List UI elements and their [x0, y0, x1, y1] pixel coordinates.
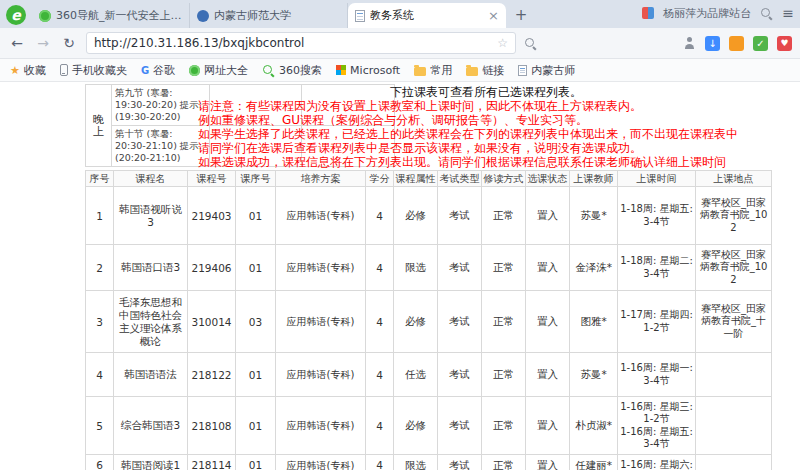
- table-row: 2 韩国语口语3 219406 01 应用韩语(专科) 4 限选 考试 正常 置…: [86, 245, 772, 291]
- cell-program: 应用韩语(专科): [276, 353, 366, 397]
- tab-imnu[interactable]: 内蒙古师范大学: [190, 3, 348, 28]
- cell-class-place: 赛罕校区_田家炳教育书院_102: [696, 245, 772, 291]
- cell-exam-type: 考试: [438, 397, 482, 455]
- cell-class-time: 1-16周: 星期六: 1-2节: [618, 455, 696, 470]
- col-header-index: 序号: [86, 171, 114, 187]
- cell-exam-type: 考试: [438, 291, 482, 353]
- bookmark-folder-links[interactable]: 链接: [466, 63, 504, 78]
- cell-credit: 4: [366, 397, 394, 455]
- col-header-study-mode: 修读方式: [482, 171, 526, 187]
- toolbar-extensions: ↓: [683, 36, 792, 51]
- bookmark-label: 手机收藏夹: [72, 63, 127, 78]
- cell-course-name: 韩国语视听说3: [114, 187, 188, 245]
- cell-program: 应用韩语(专科): [276, 397, 366, 455]
- url-search-icon[interactable]: [524, 37, 537, 50]
- cell-study-mode: 正常: [482, 291, 526, 353]
- notice-line: 请注意：有些课程因为没有设置上课教室和上课时间，因此不体现在上方课程表内。: [198, 99, 774, 113]
- new-tab-button[interactable]: +: [510, 4, 532, 26]
- cell-index: 5: [86, 397, 114, 455]
- cell-credit: 4: [366, 353, 394, 397]
- user-account-icon[interactable]: [683, 37, 696, 50]
- security-shield-icon[interactable]: [753, 36, 768, 51]
- download-icon[interactable]: ↓: [705, 36, 720, 51]
- bookmark-360-sites[interactable]: 网址大全: [189, 63, 248, 78]
- col-header-course-code: 课程号: [188, 171, 236, 187]
- tab-360nav[interactable]: 360导航_新一代安全上网导航: [32, 3, 190, 28]
- cell-credit: 4: [366, 187, 394, 245]
- bookmark-mobile-favorites[interactable]: 手机收藏夹: [60, 63, 127, 78]
- tab-favicon-360nav-icon: [39, 10, 51, 22]
- cell-course-code: 218108: [188, 397, 236, 455]
- notice-line: 如果选课成功，课程信息将在下方列表出现。请同学们根据课程信息联系任课老师确认详细…: [198, 155, 774, 169]
- cell-study-mode: 正常: [482, 187, 526, 245]
- col-header-course-name: 课程名: [114, 171, 188, 187]
- selected-courses-table: 序号 课程名 课程号 课序号 培养方案 学分 课程属性 考试类型 修读方式 选课…: [85, 170, 772, 470]
- tab-title: 360导航_新一代安全上网导航: [56, 8, 182, 23]
- cell-class-place: 赛罕校区_田家炳教育书院_十一阶: [696, 291, 772, 353]
- 360-site-icon: [189, 65, 200, 76]
- cell-study-mode: 正常: [482, 245, 526, 291]
- tab-title: 内蒙古师范大学: [214, 8, 340, 23]
- page-content: 晚上 第九节 (寒暑: 19:30-20:20) 提示: (19:30-20:2…: [0, 82, 800, 470]
- bookmark-label: 链接: [482, 63, 504, 78]
- tab-close-icon[interactable]: ×: [488, 9, 499, 22]
- notice-line: 如果学生选择了此类课程，已经选上的此类课程会在下列的课程列表中体现出来，而不出现…: [198, 127, 774, 141]
- table-row: 5 综合韩国语3 218108 01 应用韩语(专科) 4 必修 考试 正常 置…: [86, 397, 772, 455]
- cell-course-code: 219403: [188, 187, 236, 245]
- favorites-extension-icon[interactable]: [777, 36, 792, 51]
- browser-logo-icon[interactable]: e: [6, 5, 26, 25]
- cell-teacher: 苏曼*: [570, 187, 618, 245]
- cell-study-mode: 正常: [482, 397, 526, 455]
- cell-enroll-status: 置入: [526, 353, 570, 397]
- back-icon[interactable]: ←: [8, 35, 26, 51]
- cell-class-seq: 01: [236, 245, 276, 291]
- bookmark-imnu[interactable]: 内蒙古师: [518, 63, 575, 78]
- bookmark-favorites[interactable]: ★ 收藏: [10, 63, 46, 78]
- cell-index: 3: [86, 291, 114, 353]
- tab-bar: e 360导航_新一代安全上网导航 内蒙古师范大学 教务系统 × + 杨丽萍为品…: [0, 0, 800, 28]
- bookmark-360-search[interactable]: 360搜索: [262, 63, 322, 78]
- bookmark-label: 网址大全: [204, 63, 248, 78]
- cell-course-name: 韩国语语法: [114, 353, 188, 397]
- cell-class-seq: 03: [236, 291, 276, 353]
- cell-enroll-status: 置入: [526, 291, 570, 353]
- wangpan-extension-icon[interactable]: [729, 36, 744, 51]
- bookmark-microsoft[interactable]: Microsoft: [336, 64, 400, 77]
- green-search-icon: [262, 64, 275, 77]
- cell-index: 1: [86, 187, 114, 245]
- cell-class-time: 1-16周: 星期三: 1-2节 1-16周: 星期五: 3-4节: [618, 397, 696, 455]
- refresh-icon[interactable]: ↻: [60, 35, 78, 51]
- cell-program: 应用韩语(专科): [276, 455, 366, 470]
- col-header-class-place: 上课地点: [696, 171, 772, 187]
- cell-class-time: 1-16周: 星期一: 3-4节: [618, 353, 696, 397]
- cell-class-seq: 01: [236, 397, 276, 455]
- cell-index: 6: [86, 455, 114, 470]
- cell-exam-type: 考试: [438, 187, 482, 245]
- bookmark-star-icon[interactable]: ☆: [497, 36, 508, 50]
- google-icon: G: [141, 65, 149, 76]
- menu-icon[interactable]: ≡: [782, 5, 794, 21]
- bookmark-label: 常用: [430, 63, 452, 78]
- cell-class-seq: 01: [236, 353, 276, 397]
- cell-class-place: [696, 397, 772, 455]
- cell-teacher: 金泽洙*: [570, 245, 618, 291]
- cell-course-code: 218122: [188, 353, 236, 397]
- promo-icon: [642, 7, 654, 19]
- microsoft-icon: [336, 65, 346, 75]
- bookmark-google[interactable]: G 谷歌: [141, 63, 175, 78]
- promo-link[interactable]: 杨丽萍为品牌站台: [663, 6, 751, 21]
- tab-jiaowu-active[interactable]: 教务系统 ×: [348, 3, 506, 28]
- search-icon[interactable]: [760, 7, 773, 20]
- tabbar-right-area: 杨丽萍为品牌站台 ≡: [642, 0, 794, 28]
- cell-class-place: [696, 455, 772, 470]
- table-row: 4 韩国语语法 218122 01 应用韩语(专科) 4 任选 考试 正常 置入…: [86, 353, 772, 397]
- address-bar[interactable]: http://210.31.186.13/bxqjkbcontrol ☆: [86, 32, 516, 54]
- address-url[interactable]: http://210.31.186.13/bxqjkbcontrol: [94, 36, 304, 50]
- bookmarks-bar: ★ 收藏 手机收藏夹 G 谷歌 网址大全 360搜索 Microsoft 常用: [0, 59, 800, 82]
- forward-icon[interactable]: →: [34, 35, 52, 51]
- bookmark-folder-common[interactable]: 常用: [414, 63, 452, 78]
- cell-course-code: 218114: [188, 455, 236, 470]
- timetable-period-10: 第十节 (寒暑: 20:30-21:10) 提示: (20:20-21:10): [111, 126, 209, 167]
- col-header-attribute: 课程属性: [394, 171, 438, 187]
- cell-class-time: 1-17周: 星期四: 1-2节: [618, 291, 696, 353]
